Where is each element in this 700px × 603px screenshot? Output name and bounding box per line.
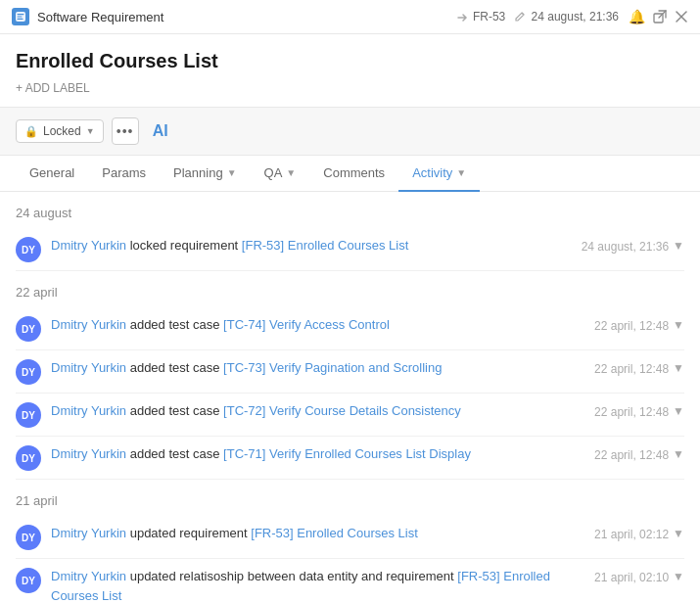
activity-meta: 22 april, 12:48▼ [594, 446, 684, 462]
activity-row: Dmitry Yurkin updated relatisoship betwe… [51, 567, 684, 603]
tab-planning[interactable]: Planning▼ [160, 156, 251, 192]
user-link[interactable]: Dmitry Yurkin [51, 526, 126, 540]
chevron-down-icon: ▼ [227, 167, 237, 178]
svg-rect-1 [18, 14, 24, 15]
add-label-button[interactable]: + ADD LABEL [16, 81, 90, 95]
tab-label-general: General [29, 165, 74, 180]
item-link[interactable]: [TC-73] Verify Pagination and Scrolling [223, 360, 442, 375]
tab-label-qa: QA [264, 165, 283, 180]
list-item: DYDmitry Yurkin added test case [TC-72] … [16, 394, 684, 437]
avatar: DY [16, 316, 41, 342]
activity-time: 21 april, 02:10 [594, 571, 669, 584]
date-group-header: 22 april [16, 271, 684, 307]
more-options-button[interactable]: ••• [112, 117, 139, 145]
bell-icon[interactable]: 🔔 [629, 9, 645, 24]
tabs-bar: GeneralParamsPlanning▼QA▼CommentsActivit… [0, 156, 700, 192]
tab-label-planning: Planning [173, 165, 223, 180]
activity-meta: 22 april, 12:48▼ [594, 403, 684, 419]
activity-text: Dmitry Yurkin updated requirement [FR-53… [51, 524, 418, 543]
avatar: DY [16, 237, 41, 262]
user-link[interactable]: Dmitry Yurkin [51, 238, 126, 253]
svg-line-4 [522, 13, 524, 15]
tab-label-activity: Activity [412, 165, 452, 180]
activity-row: Dmitry Yurkin added test case [TC-71] Ve… [51, 444, 684, 464]
activity-row: Dmitry Yurkin added test case [TC-72] Ve… [51, 401, 684, 421]
tab-label-comments: Comments [323, 165, 385, 180]
avatar: DY [16, 568, 41, 593]
activity-time: 22 april, 12:48 [594, 362, 669, 376]
item-link[interactable]: [FR-53] Enrolled Courses List [251, 526, 418, 540]
list-item: DYDmitry Yurkin added test case [TC-71] … [16, 437, 684, 480]
activity-text: Dmitry Yurkin added test case [TC-71] Ve… [51, 444, 471, 464]
activity-meta: 21 april, 02:10▼ [594, 569, 684, 584]
activity-body: Dmitry Yurkin added test case [TC-71] Ve… [51, 444, 684, 464]
chevron-down-icon: ▼ [86, 126, 95, 136]
item-link[interactable]: [TC-74] Verify Access Control [223, 317, 390, 332]
lock-icon: 🔒 [24, 125, 38, 138]
activity-body: Dmitry Yurkin added test case [TC-73] Ve… [51, 358, 684, 378]
activity-time: 21 april, 02:12 [594, 528, 669, 541]
date-group-header: 21 april [16, 480, 684, 516]
item-link[interactable]: [TC-71] Verify Enrolled Courses List Dis… [223, 446, 471, 461]
tab-general[interactable]: General [16, 156, 88, 192]
activity-meta: 24 august, 21:36▼ [582, 238, 684, 254]
activity-meta: 21 april, 02:12▼ [594, 526, 684, 541]
user-link[interactable]: Dmitry Yurkin [51, 569, 126, 583]
close-icon[interactable] [675, 10, 688, 23]
tab-qa[interactable]: QA▼ [251, 156, 310, 192]
user-link[interactable]: Dmitry Yurkin [51, 446, 126, 461]
activity-row: Dmitry Yurkin added test case [TC-73] Ve… [51, 358, 684, 378]
tab-activity[interactable]: Activity▼ [398, 156, 480, 192]
user-link[interactable]: Dmitry Yurkin [51, 317, 126, 332]
avatar: DY [16, 402, 41, 428]
activity-text: Dmitry Yurkin updated relatisoship betwe… [51, 567, 583, 603]
user-link[interactable]: Dmitry Yurkin [51, 403, 126, 418]
tab-comments[interactable]: Comments [309, 156, 398, 192]
svg-rect-3 [18, 19, 23, 20]
activity-body: Dmitry Yurkin locked requirement [FR-53]… [51, 236, 684, 255]
item-link[interactable]: [TC-72] Verify Course Details Consistenc… [223, 403, 461, 418]
chevron-down-icon: ▼ [456, 167, 466, 178]
activity-text: Dmitry Yurkin locked requirement [FR-53]… [51, 236, 408, 255]
title-bar-right: FR-53 24 august, 21:36 🔔 [456, 9, 688, 24]
external-link-icon[interactable] [653, 10, 667, 23]
title-bar: Software Requirement FR-53 24 august, 21… [0, 0, 700, 34]
item-link[interactable]: [FR-53] Enrolled Courses List [51, 569, 550, 603]
expand-icon[interactable]: ▼ [673, 404, 684, 418]
activity-body: Dmitry Yurkin updated requirement [FR-53… [51, 524, 684, 543]
expand-icon[interactable]: ▼ [673, 361, 684, 375]
title-bar-left: Software Requirement [12, 8, 163, 25]
list-item: DYDmitry Yurkin updated relatisoship bet… [16, 559, 684, 603]
activity-time: 22 april, 12:48 [594, 405, 669, 419]
activity-row: Dmitry Yurkin locked requirement [FR-53]… [51, 236, 684, 255]
date-edit: 24 august, 21:36 [515, 10, 619, 23]
date-group-header: 24 august [16, 192, 684, 228]
avatar: DY [16, 445, 41, 471]
avatar: DY [16, 359, 41, 385]
expand-icon[interactable]: ▼ [673, 239, 684, 253]
fr-code: FR-53 [456, 10, 506, 23]
expand-icon[interactable]: ▼ [673, 447, 684, 461]
item-link[interactable]: [FR-53] Enrolled Courses List [242, 238, 409, 253]
svg-rect-2 [18, 16, 23, 17]
activity-text: Dmitry Yurkin added test case [TC-72] Ve… [51, 401, 461, 421]
list-item: DYDmitry Yurkin locked requirement [FR-5… [16, 228, 684, 271]
ai-button[interactable]: AI [147, 117, 174, 145]
page-title: Enrolled Courses List [16, 50, 684, 72]
tab-params[interactable]: Params [88, 156, 160, 192]
activity-time: 24 august, 21:36 [582, 240, 669, 254]
expand-icon[interactable]: ▼ [673, 570, 684, 583]
activity-row: Dmitry Yurkin updated requirement [FR-53… [51, 524, 684, 543]
activity-body: Dmitry Yurkin added test case [TC-72] Ve… [51, 401, 684, 421]
activity-meta: 22 april, 12:48▼ [594, 317, 684, 333]
activity-meta: 22 april, 12:48▼ [594, 360, 684, 376]
expand-icon[interactable]: ▼ [673, 527, 684, 540]
app-title: Software Requirement [37, 10, 163, 24]
locked-button[interactable]: 🔒 Locked ▼ [16, 119, 104, 143]
user-link[interactable]: Dmitry Yurkin [51, 360, 126, 375]
toolbar: 🔒 Locked ▼ ••• AI [0, 107, 700, 156]
expand-icon[interactable]: ▼ [673, 318, 684, 332]
activity-text: Dmitry Yurkin added test case [TC-74] Ve… [51, 315, 390, 335]
chevron-down-icon: ▼ [286, 167, 296, 178]
list-item: DYDmitry Yurkin added test case [TC-73] … [16, 350, 684, 394]
